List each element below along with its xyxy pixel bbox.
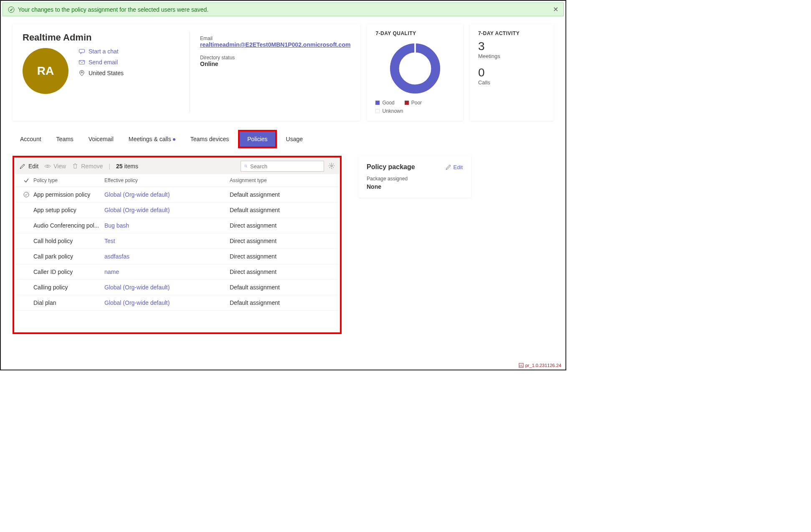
banner-close-icon[interactable]: ✕ bbox=[553, 5, 558, 13]
cell-effective-policy[interactable]: Global (Org-wide default) bbox=[104, 191, 170, 198]
legend-poor: Poor bbox=[405, 100, 422, 106]
activity-title: 7-DAY ACTIVITY bbox=[478, 30, 545, 36]
calls-count: 0 bbox=[478, 66, 545, 79]
cell-assignment-type: Direct assignment bbox=[230, 253, 335, 260]
table-row[interactable]: App setup policyGlobal (Org-wide default… bbox=[15, 203, 339, 218]
col-effective-policy[interactable]: Effective policy bbox=[104, 177, 230, 183]
tab-meetings-calls[interactable]: Meetings & calls bbox=[121, 132, 183, 147]
success-banner: Your changes to the policy assignment fo… bbox=[3, 3, 564, 16]
svg-rect-1 bbox=[79, 49, 85, 53]
svg-point-4 bbox=[395, 48, 436, 89]
table-row[interactable]: Caller ID policynameDirect assignment bbox=[15, 264, 339, 280]
policy-package-card: Policy package Edit Package assigned Non… bbox=[358, 156, 471, 198]
chat-icon bbox=[79, 48, 85, 55]
location-row: United States bbox=[79, 70, 124, 76]
checkmark-icon bbox=[23, 177, 29, 183]
row-checkbox[interactable] bbox=[19, 192, 33, 198]
meetings-count: 3 bbox=[478, 40, 545, 53]
toolbar-remove-button[interactable]: Remove bbox=[72, 163, 103, 170]
col-assignment-type[interactable]: Assignment type bbox=[230, 177, 335, 183]
cell-effective-policy[interactable]: Global (Org-wide default) bbox=[104, 299, 170, 306]
activity-card: 7-DAY ACTIVITY 3 Meetings 0 Calls bbox=[470, 24, 554, 121]
version-icon bbox=[519, 363, 524, 368]
toolbar-view-button[interactable]: View bbox=[44, 163, 66, 170]
table-row[interactable]: App permission policyGlobal (Org-wide de… bbox=[15, 187, 339, 203]
user-meta: Email realtimeadmin@E2ETest0MBN1P002.onm… bbox=[190, 32, 350, 112]
header-checkbox[interactable] bbox=[19, 177, 33, 183]
cell-effective-policy[interactable]: name bbox=[104, 269, 119, 275]
row-check-icon bbox=[23, 192, 29, 198]
gear-icon bbox=[328, 162, 335, 169]
tab-teams-devices[interactable]: Teams devices bbox=[183, 132, 237, 147]
meetings-label: Meetings bbox=[478, 53, 545, 59]
start-chat-button[interactable]: Start a chat bbox=[79, 48, 124, 55]
table-row[interactable]: Call park policyasdfasfasDirect assignme… bbox=[15, 249, 339, 264]
cell-policy-type: Audio Conferencing pol... bbox=[33, 222, 104, 229]
tab-voicemail[interactable]: Voicemail bbox=[81, 132, 121, 147]
search-input[interactable] bbox=[250, 163, 320, 170]
cell-assignment-type: Direct assignment bbox=[230, 222, 335, 229]
svg-point-0 bbox=[8, 7, 14, 13]
legend-good: Good bbox=[375, 100, 394, 106]
highlight-policies: Policies bbox=[238, 130, 276, 148]
send-email-button[interactable]: Send email bbox=[79, 59, 124, 66]
toolbar-edit-button[interactable]: Edit bbox=[19, 163, 38, 170]
cell-effective-policy[interactable]: Global (Org-wide default) bbox=[104, 284, 170, 291]
cell-assignment-type: Default assignment bbox=[230, 299, 335, 306]
tab-usage[interactable]: Usage bbox=[279, 132, 310, 147]
version-footer: pr_1.0.231126.24 bbox=[519, 363, 561, 368]
cell-policy-type: Caller ID policy bbox=[33, 269, 104, 275]
tab-account[interactable]: Account bbox=[13, 132, 49, 147]
search-icon bbox=[244, 163, 248, 170]
cell-assignment-type: Default assignment bbox=[230, 191, 335, 198]
quality-card: 7-DAY QUALITY Good Poor Unknown bbox=[367, 24, 463, 121]
calls-label: Calls bbox=[478, 79, 545, 86]
mail-icon bbox=[79, 59, 85, 66]
package-assigned-label: Package assigned bbox=[367, 176, 463, 182]
settings-gear-button[interactable] bbox=[328, 162, 335, 170]
email-label: Email bbox=[200, 35, 350, 41]
cell-assignment-type: Direct assignment bbox=[230, 238, 335, 244]
table-row[interactable]: Calling policyGlobal (Org-wide default)D… bbox=[15, 280, 339, 295]
table-header: Policy type Effective policy Assignment … bbox=[15, 174, 339, 187]
cell-policy-type: App setup policy bbox=[33, 207, 104, 213]
tab-policies[interactable]: Policies bbox=[240, 132, 275, 147]
svg-line-8 bbox=[246, 167, 247, 167]
cell-policy-type: Call park policy bbox=[33, 253, 104, 260]
directory-status-value: Online bbox=[200, 61, 350, 67]
table-row[interactable]: Audio Conferencing pol...Bug bashDirect … bbox=[15, 218, 339, 233]
directory-status-label: Directory status bbox=[200, 55, 350, 61]
package-title: Policy package bbox=[367, 163, 415, 171]
cell-effective-policy[interactable]: Global (Org-wide default) bbox=[104, 207, 170, 213]
cell-policy-type: Calling policy bbox=[33, 284, 104, 291]
cell-effective-policy[interactable]: Bug bash bbox=[104, 222, 129, 229]
table-row[interactable]: Dial planGlobal (Org-wide default)Defaul… bbox=[15, 295, 339, 311]
col-policy-type[interactable]: Policy type bbox=[33, 177, 104, 183]
package-assigned-value: None bbox=[367, 183, 463, 190]
package-edit-button[interactable]: Edit bbox=[445, 164, 463, 170]
email-link[interactable]: realtimeadmin@E2ETest0MBN1P002.onmicroso… bbox=[200, 41, 350, 48]
svg-point-9 bbox=[331, 165, 332, 166]
svg-point-3 bbox=[81, 72, 82, 73]
cell-policy-type: Dial plan bbox=[33, 299, 104, 306]
check-circle-icon bbox=[8, 6, 15, 13]
toolbar: Edit View Remove | 25 items bbox=[15, 158, 339, 174]
tab-teams[interactable]: Teams bbox=[49, 132, 81, 147]
quality-donut-chart bbox=[388, 41, 442, 96]
cell-effective-policy[interactable]: Test bbox=[104, 238, 115, 244]
pencil-icon bbox=[445, 164, 452, 170]
location-icon bbox=[79, 70, 85, 76]
cell-policy-type: Call hold policy bbox=[33, 238, 104, 244]
search-box[interactable] bbox=[241, 161, 324, 172]
trash-icon bbox=[72, 163, 79, 170]
cell-effective-policy[interactable]: asdfasfas bbox=[104, 253, 129, 260]
table-row[interactable]: Call hold policyTestDirect assignment bbox=[15, 233, 339, 249]
legend-unknown: Unknown bbox=[375, 108, 403, 114]
user-name: Realtime Admin bbox=[23, 32, 190, 43]
tabs: Account Teams Voicemail Meetings & calls… bbox=[13, 130, 554, 148]
avatar: RA bbox=[23, 48, 68, 94]
cell-policy-type: App permission policy bbox=[33, 191, 104, 198]
table-body: App permission policyGlobal (Org-wide de… bbox=[15, 187, 339, 332]
cell-assignment-type: Default assignment bbox=[230, 207, 335, 213]
cell-assignment-type: Default assignment bbox=[230, 284, 335, 291]
